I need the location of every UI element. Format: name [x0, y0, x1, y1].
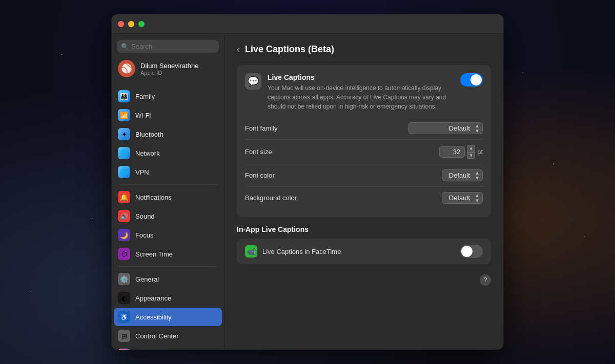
- sidebar-item-vpn[interactable]: 🌐VPN: [114, 163, 222, 181]
- traffic-lights: [118, 21, 145, 27]
- sidebar-icon-family: 👨‍👩‍👧: [118, 90, 130, 102]
- sidebar-item-network[interactable]: 🌐Network: [114, 144, 222, 162]
- settings-control-font-size: ▲▼pt: [439, 145, 483, 159]
- facetime-icon: 📹: [245, 245, 257, 258]
- settings-control-background-color: DefaultBlackBlueNone▲▼: [442, 192, 483, 204]
- in-app-section-title: In-App Live Captions: [237, 225, 491, 233]
- title-bar: [112, 14, 503, 34]
- back-button[interactable]: ‹: [237, 44, 240, 55]
- sidebar-label-focus: Focus: [135, 231, 153, 239]
- sidebar-icon-focus: 🌙: [118, 229, 130, 241]
- search-wrapper: 🔍: [117, 40, 219, 53]
- in-app-facetime-row: 📹 Live Captions in FaceTime: [237, 239, 491, 264]
- select-font-family[interactable]: DefaultHelveticaArialTimes New Roman: [408, 122, 483, 134]
- live-captions-description: Your Mac will use on-device intelligence…: [268, 83, 454, 111]
- select-wrapper-background-color: DefaultBlackBlueNone▲▼: [442, 192, 483, 204]
- help-button[interactable]: ?: [480, 274, 491, 286]
- sidebar-items: 👨‍👩‍👧Family📶Wi-Fi✦Bluetooth🌐Network🌐VPN🔔…: [112, 87, 224, 350]
- sidebar-label-vpn: VPN: [135, 168, 149, 176]
- sidebar: 🔍 ⚾ Dilum Senevirathne Apple ID 👨‍👩: [112, 34, 224, 350]
- live-captions-card: 💬 Live Captions Your Mac will use on-dev…: [237, 65, 491, 217]
- settings-row-background-color: Background colorDefaultBlackBlueNone▲▼: [245, 187, 483, 209]
- live-captions-toggle[interactable]: [460, 73, 483, 87]
- sidebar-label-wifi: Wi-Fi: [135, 112, 151, 119]
- select-wrapper-font-family: DefaultHelveticaArialTimes New Roman▲▼: [408, 122, 483, 134]
- sidebar-item-notifications[interactable]: 🔔Notifications: [114, 188, 222, 206]
- settings-row-font-color: Font colorDefaultWhiteYellowGreen▲▼: [245, 164, 483, 187]
- select-font-color[interactable]: DefaultWhiteYellowGreen: [442, 169, 483, 181]
- sidebar-icon-bluetooth: ✦: [118, 128, 130, 140]
- sidebar-label-accessibility: Accessibility: [135, 313, 172, 321]
- sidebar-item-focus[interactable]: 🌙Focus: [114, 226, 222, 244]
- sidebar-item-sound[interactable]: 🔊Sound: [114, 207, 222, 225]
- sidebar-label-controlcenter: Control Center: [135, 332, 179, 340]
- sidebar-label-family: Family: [135, 93, 155, 100]
- sidebar-label-notifications: Notifications: [135, 194, 172, 201]
- settings-rows: Font familyDefaultHelveticaArialTimes Ne…: [245, 117, 483, 209]
- sidebar-icon-screentime: ⏱: [118, 248, 130, 260]
- select-wrapper-font-color: DefaultWhiteYellowGreen▲▼: [442, 169, 483, 181]
- sidebar-icon-vpn: 🌐: [118, 166, 130, 178]
- search-container: 🔍: [112, 34, 224, 57]
- facetime-toggle[interactable]: [460, 245, 483, 258]
- sidebar-label-bluetooth: Bluetooth: [135, 131, 163, 138]
- settings-control-font-family: DefaultHelveticaArialTimes New Roman▲▼: [408, 122, 483, 134]
- stepper-down-font-size[interactable]: ▼: [467, 152, 475, 159]
- sidebar-icon-accessibility: ♿: [118, 311, 130, 323]
- number-wrapper-font-size: ▲▼pt: [439, 145, 483, 159]
- unit-label-font-size: pt: [477, 148, 483, 156]
- toggle-track: [460, 73, 483, 87]
- toggle-thumb: [470, 74, 482, 85]
- close-button[interactable]: [118, 21, 124, 27]
- page-title: Live Captions (Beta): [245, 44, 334, 55]
- sidebar-item-siri[interactable]: 🎤Siri & Spotlight: [114, 346, 222, 350]
- sidebar-item-bluetooth[interactable]: ✦Bluetooth: [114, 125, 222, 143]
- system-preferences-window: 🔍 ⚾ Dilum Senevirathne Apple ID 👨‍👩: [112, 14, 503, 350]
- sidebar-item-general[interactable]: ⚙️General: [114, 270, 222, 288]
- in-app-section: In-App Live Captions 📹 Live Captions in …: [237, 225, 491, 272]
- sidebar-divider-2: [119, 184, 217, 185]
- number-input-font-size[interactable]: [439, 146, 465, 158]
- live-captions-title: Live Captions: [268, 73, 454, 81]
- sidebar-divider-3: [119, 266, 217, 267]
- sidebar-icon-controlcenter: ⊞: [118, 330, 130, 342]
- sidebar-label-general: General: [135, 275, 159, 283]
- settings-label-background-color: Background color: [245, 194, 297, 202]
- sidebar-label-sound: Sound: [135, 212, 155, 220]
- sidebar-item-accessibility[interactable]: ♿Accessibility: [114, 308, 222, 326]
- user-info: Dilum Senevirathne Apple ID: [140, 62, 198, 76]
- sidebar-item-screentime[interactable]: ⏱Screen Time: [114, 245, 222, 263]
- avatar: ⚾: [118, 60, 135, 77]
- minimize-button[interactable]: [128, 21, 134, 27]
- sidebar-icon-siri: 🎤: [118, 349, 130, 350]
- facetime-toggle-thumb: [461, 246, 473, 257]
- settings-label-font-size: Font size: [245, 148, 272, 156]
- settings-label-font-family: Font family: [245, 124, 278, 132]
- sidebar-icon-general: ⚙️: [118, 273, 130, 285]
- sidebar-item-appearance[interactable]: ◐Appearance: [114, 289, 222, 307]
- sidebar-label-network: Network: [135, 149, 160, 157]
- sidebar-item-family[interactable]: 👨‍👩‍👧Family: [114, 87, 222, 105]
- stepper-font-size: ▲▼: [467, 145, 475, 159]
- in-app-row-left: 📹 Live Captions in FaceTime: [245, 245, 341, 258]
- sidebar-icon-sound: 🔊: [118, 210, 130, 222]
- facetime-toggle-track: [460, 245, 483, 258]
- stepper-up-font-size[interactable]: ▲: [467, 145, 475, 152]
- sidebar-item-wifi[interactable]: 📶Wi-Fi: [114, 106, 222, 124]
- facetime-label: Live Captions in FaceTime: [262, 248, 341, 255]
- page-header: ‹ Live Captions (Beta): [237, 44, 491, 55]
- sidebar-section-user: ⚾ Dilum Senevirathne Apple ID: [112, 57, 224, 81]
- live-captions-icon: 💬: [245, 73, 261, 90]
- sidebar-label-appearance: Appearance: [135, 294, 171, 302]
- sidebar-icon-network: 🌐: [118, 147, 130, 159]
- sidebar-icon-notifications: 🔔: [118, 191, 130, 203]
- search-input[interactable]: [117, 40, 219, 53]
- select-background-color[interactable]: DefaultBlackBlueNone: [442, 192, 483, 204]
- sidebar-item-user-profile[interactable]: ⚾ Dilum Senevirathne Apple ID: [114, 57, 222, 80]
- maximize-button[interactable]: [138, 21, 145, 27]
- sidebar-item-controlcenter[interactable]: ⊞Control Center: [114, 327, 222, 345]
- settings-label-font-color: Font color: [245, 172, 275, 179]
- help-button-container: ?: [237, 272, 491, 286]
- settings-row-font-family: Font familyDefaultHelveticaArialTimes Ne…: [245, 117, 483, 140]
- live-captions-text: Live Captions Your Mac will use on-devic…: [268, 73, 454, 111]
